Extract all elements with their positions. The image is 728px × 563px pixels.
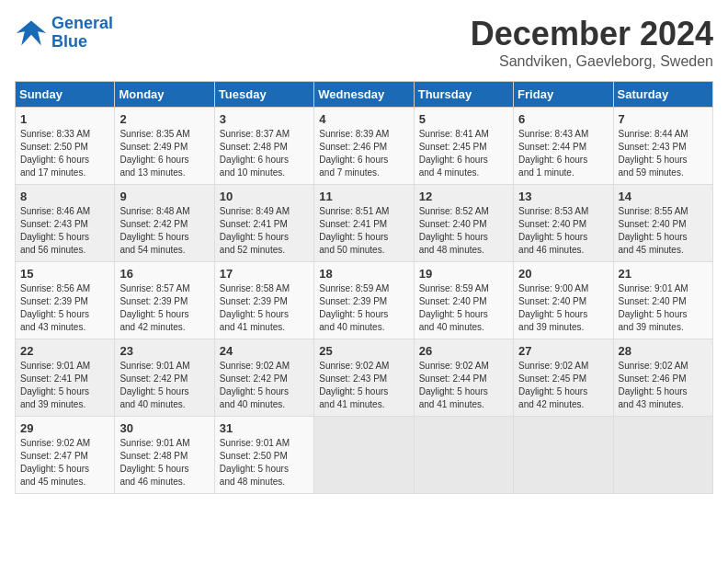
day-number: 26: [419, 344, 508, 358]
day-info: Sunrise: 9:01 AM Sunset: 2:41 PM Dayligh…: [20, 360, 109, 411]
day-info: Sunrise: 9:01 AM Sunset: 2:40 PM Dayligh…: [619, 282, 708, 334]
calendar-cell: 14Sunrise: 8:55 AM Sunset: 2:40 PM Dayli…: [613, 185, 712, 262]
day-number: 25: [319, 344, 408, 358]
day-number: 14: [619, 190, 708, 203]
week-row-1: 1Sunrise: 8:33 AM Sunset: 2:50 PM Daylig…: [16, 108, 713, 185]
week-row-5: 29Sunrise: 9:02 AM Sunset: 2:47 PM Dayli…: [16, 417, 713, 494]
day-info: Sunrise: 8:33 AM Sunset: 2:50 PM Dayligh…: [20, 128, 109, 179]
day-info: Sunrise: 9:02 AM Sunset: 2:43 PM Dayligh…: [319, 360, 408, 411]
week-row-3: 15Sunrise: 8:56 AM Sunset: 2:39 PM Dayli…: [16, 262, 713, 339]
day-info: Sunrise: 8:41 AM Sunset: 2:45 PM Dayligh…: [419, 128, 508, 179]
calendar-cell: 1Sunrise: 8:33 AM Sunset: 2:50 PM Daylig…: [16, 108, 115, 185]
day-number: 15: [20, 267, 109, 281]
day-number: 2: [119, 112, 209, 126]
day-info: Sunrise: 8:39 AM Sunset: 2:46 PM Dayligh…: [319, 128, 408, 179]
column-header-wednesday: Wednesday: [314, 82, 414, 108]
day-number: 1: [20, 112, 109, 126]
column-header-monday: Monday: [115, 82, 214, 108]
calendar-cell: [514, 417, 613, 494]
day-number: 22: [20, 344, 109, 358]
calendar-cell: 4Sunrise: 8:39 AM Sunset: 2:46 PM Daylig…: [314, 108, 414, 185]
day-number: 11: [319, 190, 408, 203]
day-number: 18: [319, 267, 408, 281]
day-info: Sunrise: 8:52 AM Sunset: 2:40 PM Dayligh…: [419, 205, 508, 257]
day-info: Sunrise: 8:44 AM Sunset: 2:43 PM Dayligh…: [619, 128, 708, 179]
day-info: Sunrise: 8:37 AM Sunset: 2:48 PM Dayligh…: [220, 128, 309, 179]
calendar-cell: 28Sunrise: 9:02 AM Sunset: 2:46 PM Dayli…: [613, 339, 712, 417]
calendar-cell: [613, 417, 712, 494]
calendar-table: SundayMondayTuesdayWednesdayThursdayFrid…: [15, 81, 713, 494]
day-info: Sunrise: 9:01 AM Sunset: 2:48 PM Dayligh…: [119, 437, 209, 488]
day-info: Sunrise: 8:58 AM Sunset: 2:39 PM Dayligh…: [220, 282, 309, 334]
calendar-cell: 21Sunrise: 9:01 AM Sunset: 2:40 PM Dayli…: [613, 262, 712, 339]
calendar-cell: 19Sunrise: 8:59 AM Sunset: 2:40 PM Dayli…: [414, 262, 513, 339]
day-number: 31: [220, 421, 309, 435]
day-info: Sunrise: 8:59 AM Sunset: 2:40 PM Dayligh…: [419, 282, 508, 334]
calendar-cell: 26Sunrise: 9:02 AM Sunset: 2:44 PM Dayli…: [414, 339, 513, 417]
day-number: 17: [220, 267, 309, 281]
calendar-cell: 17Sunrise: 8:58 AM Sunset: 2:39 PM Dayli…: [214, 262, 313, 339]
day-info: Sunrise: 9:00 AM Sunset: 2:40 PM Dayligh…: [518, 282, 608, 334]
day-info: Sunrise: 8:46 AM Sunset: 2:43 PM Dayligh…: [20, 205, 109, 257]
calendar-cell: 10Sunrise: 8:49 AM Sunset: 2:41 PM Dayli…: [214, 185, 313, 262]
day-number: 29: [20, 421, 109, 435]
day-number: 20: [518, 267, 608, 281]
day-number: 4: [319, 112, 408, 126]
calendar-cell: 2Sunrise: 8:35 AM Sunset: 2:49 PM Daylig…: [115, 108, 214, 185]
calendar-cell: 24Sunrise: 9:02 AM Sunset: 2:42 PM Dayli…: [214, 339, 313, 417]
calendar-header-row: SundayMondayTuesdayWednesdayThursdayFrid…: [16, 82, 713, 108]
day-number: 30: [119, 421, 209, 435]
svg-marker-0: [17, 20, 46, 45]
day-number: 27: [518, 344, 608, 358]
logo: General Blue: [15, 15, 113, 52]
day-number: 3: [220, 112, 309, 126]
calendar-cell: 20Sunrise: 9:00 AM Sunset: 2:40 PM Dayli…: [514, 262, 613, 339]
calendar-cell: 23Sunrise: 9:01 AM Sunset: 2:42 PM Dayli…: [115, 339, 214, 417]
day-info: Sunrise: 8:43 AM Sunset: 2:44 PM Dayligh…: [518, 128, 608, 179]
calendar-cell: 25Sunrise: 9:02 AM Sunset: 2:43 PM Dayli…: [314, 339, 414, 417]
calendar-cell: [314, 417, 414, 494]
week-row-2: 8Sunrise: 8:46 AM Sunset: 2:43 PM Daylig…: [16, 185, 713, 262]
calendar-cell: 30Sunrise: 9:01 AM Sunset: 2:48 PM Dayli…: [115, 417, 214, 494]
column-header-sunday: Sunday: [16, 82, 115, 108]
column-header-thursday: Thursday: [414, 82, 513, 108]
calendar-cell: 13Sunrise: 8:53 AM Sunset: 2:40 PM Dayli…: [514, 185, 613, 262]
day-info: Sunrise: 9:02 AM Sunset: 2:44 PM Dayligh…: [419, 360, 508, 411]
calendar-subtitle: Sandviken, Gaevleborg, Sweden: [471, 53, 713, 70]
day-info: Sunrise: 9:01 AM Sunset: 2:50 PM Dayligh…: [220, 437, 309, 488]
column-header-tuesday: Tuesday: [214, 82, 313, 108]
column-header-friday: Friday: [514, 82, 613, 108]
day-info: Sunrise: 9:02 AM Sunset: 2:47 PM Dayligh…: [20, 437, 109, 488]
day-number: 6: [518, 112, 608, 126]
calendar-cell: 18Sunrise: 8:59 AM Sunset: 2:39 PM Dayli…: [314, 262, 414, 339]
day-number: 7: [619, 112, 708, 126]
day-number: 12: [419, 190, 508, 203]
day-number: 9: [119, 190, 209, 203]
logo-text: General Blue: [51, 15, 113, 52]
day-info: Sunrise: 8:51 AM Sunset: 2:41 PM Dayligh…: [319, 205, 408, 257]
logo-icon: [15, 17, 48, 50]
day-number: 24: [220, 344, 309, 358]
day-info: Sunrise: 9:02 AM Sunset: 2:45 PM Dayligh…: [518, 360, 608, 411]
calendar-cell: 3Sunrise: 8:37 AM Sunset: 2:48 PM Daylig…: [214, 108, 313, 185]
day-number: 16: [119, 267, 209, 281]
calendar-cell: 8Sunrise: 8:46 AM Sunset: 2:43 PM Daylig…: [16, 185, 115, 262]
calendar-cell: 27Sunrise: 9:02 AM Sunset: 2:45 PM Dayli…: [514, 339, 613, 417]
day-number: 28: [619, 344, 708, 358]
day-number: 8: [20, 190, 109, 203]
column-header-saturday: Saturday: [613, 82, 712, 108]
calendar-cell: 6Sunrise: 8:43 AM Sunset: 2:44 PM Daylig…: [514, 108, 613, 185]
calendar-cell: 7Sunrise: 8:44 AM Sunset: 2:43 PM Daylig…: [613, 108, 712, 185]
calendar-cell: 12Sunrise: 8:52 AM Sunset: 2:40 PM Dayli…: [414, 185, 513, 262]
day-info: Sunrise: 8:48 AM Sunset: 2:42 PM Dayligh…: [119, 205, 209, 257]
day-info: Sunrise: 8:53 AM Sunset: 2:40 PM Dayligh…: [518, 205, 608, 257]
day-info: Sunrise: 9:02 AM Sunset: 2:42 PM Dayligh…: [220, 360, 309, 411]
calendar-cell: 5Sunrise: 8:41 AM Sunset: 2:45 PM Daylig…: [414, 108, 513, 185]
calendar-cell: 31Sunrise: 9:01 AM Sunset: 2:50 PM Dayli…: [214, 417, 313, 494]
calendar-cell: [414, 417, 513, 494]
day-number: 5: [419, 112, 508, 126]
header: General Blue December 2024 Sandviken, Ga…: [15, 15, 713, 70]
day-info: Sunrise: 8:35 AM Sunset: 2:49 PM Dayligh…: [119, 128, 209, 179]
day-info: Sunrise: 8:59 AM Sunset: 2:39 PM Dayligh…: [319, 282, 408, 334]
day-info: Sunrise: 9:01 AM Sunset: 2:42 PM Dayligh…: [119, 360, 209, 411]
